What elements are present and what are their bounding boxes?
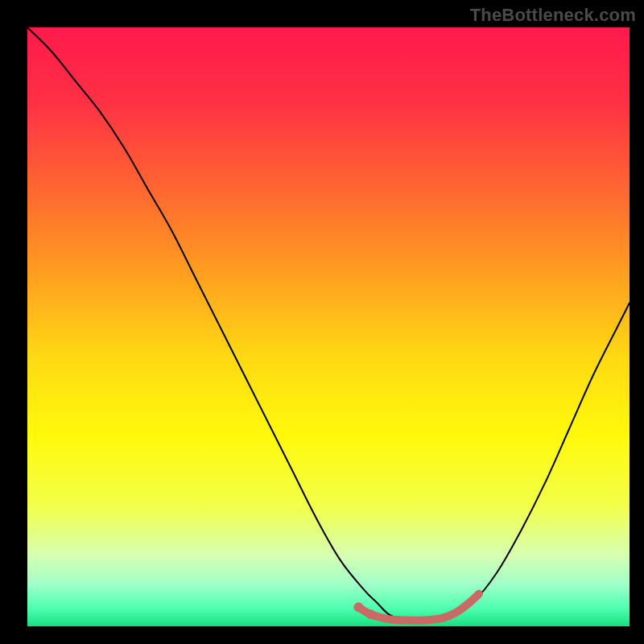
highlight-dot [353, 602, 363, 612]
chart-stage: TheBottleneck.com [0, 0, 644, 644]
bottleneck-chart [0, 0, 644, 644]
gradient-panel [27, 27, 630, 626]
highlight-dot [365, 609, 375, 619]
